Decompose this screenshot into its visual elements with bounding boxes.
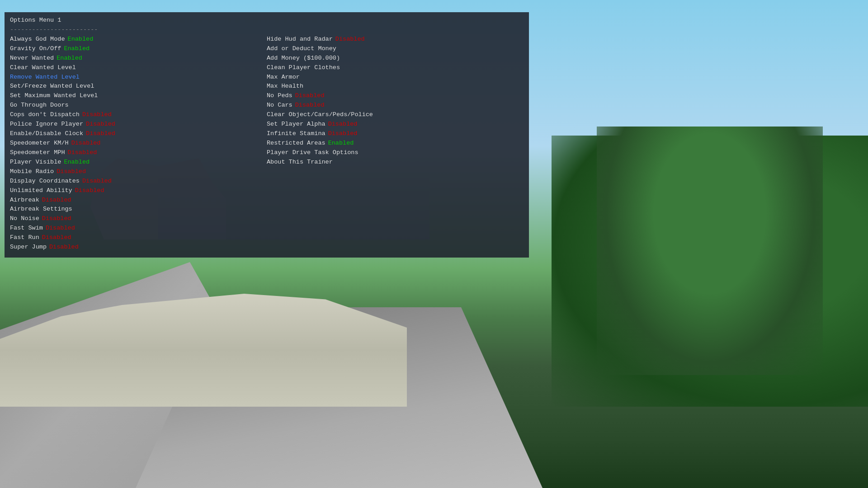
menu-item[interactable]: Cops don't DispatchDisabled: [10, 110, 262, 120]
menu-item[interactable]: Max Armor: [267, 73, 519, 82]
menu-title: Options Menu 1: [10, 16, 524, 25]
menu-item-status: Disabled: [46, 224, 75, 233]
menu-divider: ------------------------: [10, 25, 524, 35]
menu-item-status: Enabled: [64, 44, 90, 54]
menu-item-status: Disabled: [82, 177, 112, 186]
menu-item-label: Clean Player Clothes: [267, 63, 340, 73]
menu-item-label: Go Through Doors: [10, 101, 69, 110]
menu-item[interactable]: Add or Deduct Money: [267, 44, 519, 54]
menu-item-status: Enabled: [328, 139, 354, 148]
menu-item-label: Infinite Stamina: [267, 129, 326, 139]
menu-item-label: Speedometer KM/H: [10, 139, 69, 148]
menu-item-label: Max Health: [267, 82, 303, 91]
menu-item[interactable]: Clear Wanted Level: [10, 63, 262, 73]
menu-item[interactable]: Speedometer MPHDisabled: [10, 148, 262, 158]
menu-item-label: Add Money ($100.000): [267, 54, 340, 63]
menu-item[interactable]: Police Ignore PlayerDisabled: [10, 120, 262, 129]
menu-item[interactable]: Display CoordinatesDisabled: [10, 177, 262, 186]
menu-item-label: Gravity On/Off: [10, 44, 61, 54]
menu-item-label: Set Player Alpha: [267, 120, 326, 129]
menu-item[interactable]: Player VisibleEnabled: [10, 158, 262, 167]
menu-item-status: Disabled: [42, 214, 71, 224]
menu-item[interactable]: Speedometer KM/HDisabled: [10, 139, 262, 148]
menu-item-status: Disabled: [86, 129, 115, 139]
menu-item[interactable]: Player Drive Task Options: [267, 148, 519, 158]
menu-item[interactable]: Clean Player Clothes: [267, 63, 519, 73]
menu-item[interactable]: Set Maximum Wanted Level: [10, 91, 262, 101]
menu-item-label: About This Trainer: [267, 158, 333, 167]
menu-item-label: Unlimited Ability: [10, 186, 72, 196]
menu-item-label: Mobile Radio: [10, 167, 54, 177]
menu-item[interactable]: Remove Wanted Level: [10, 73, 262, 82]
menu-item-label: Clear Wanted Level: [10, 63, 76, 73]
menu-item[interactable]: Enable/Disable ClockDisabled: [10, 129, 262, 139]
menu-item-label: Display Coordinates: [10, 177, 80, 186]
menu-item[interactable]: Hide Hud and RadarDisabled: [267, 35, 519, 44]
menu-item-label: No Cars: [267, 101, 292, 110]
menu-item-label: Super Jump: [10, 243, 47, 252]
menu-item[interactable]: Add Money ($100.000): [267, 54, 519, 63]
menu-item[interactable]: Fast SwimDisabled: [10, 224, 262, 233]
menu-item[interactable]: Mobile RadioDisabled: [10, 167, 262, 177]
menu-overlay: Options Menu 1 ------------------------ …: [5, 12, 529, 258]
menu-item-status: Enabled: [64, 158, 90, 167]
menu-item-status: Disabled: [335, 35, 365, 44]
menu-item[interactable]: About This Trainer: [267, 158, 519, 167]
menu-item[interactable]: AirbreakDisabled: [10, 196, 262, 205]
menu-item-status: Disabled: [295, 91, 325, 101]
menu-item-label: Enable/Disable Clock: [10, 129, 83, 139]
menu-item[interactable]: Always God ModeEnabled: [10, 35, 262, 44]
menu-item[interactable]: Go Through Doors: [10, 101, 262, 110]
trees-right2: [597, 127, 823, 375]
menu-item-label: Hide Hud and Radar: [267, 35, 333, 44]
menu-item-label: Speedometer MPH: [10, 148, 65, 158]
menu-item[interactable]: Infinite StaminaDisabled: [267, 129, 519, 139]
menu-item-label: Clear Object/Cars/Peds/Police: [267, 110, 373, 120]
menu-item-status: Disabled: [71, 139, 101, 148]
menu-item-label: Cops don't Dispatch: [10, 110, 80, 120]
menu-item-label: Fast Run: [10, 233, 39, 243]
menu-item-status: Disabled: [49, 243, 79, 252]
menu-item-status: Disabled: [295, 101, 325, 110]
menu-item[interactable]: No NoiseDisabled: [10, 214, 262, 224]
menu-item-status: Enabled: [57, 54, 82, 63]
menu-item[interactable]: Airbreak Settings: [10, 205, 262, 214]
menu-item-label: Always God Mode: [10, 35, 65, 44]
menu-item-status: Enabled: [68, 35, 94, 44]
menu-item[interactable]: No CarsDisabled: [267, 101, 519, 110]
menu-item-label: Airbreak: [10, 196, 39, 205]
menu-item[interactable]: Unlimited AbilityDisabled: [10, 186, 262, 196]
menu-item-label: Set/Freeze Wanted Level: [10, 82, 94, 91]
menu-item[interactable]: Never WantedEnabled: [10, 54, 262, 63]
menu-item-status: Disabled: [75, 186, 104, 196]
menu-item[interactable]: Max Health: [267, 82, 519, 91]
menu-item-status: Disabled: [86, 120, 115, 129]
menu-item-status: Disabled: [328, 120, 358, 129]
menu-item[interactable]: Set/Freeze Wanted Level: [10, 82, 262, 91]
menu-item[interactable]: Fast RunDisabled: [10, 233, 262, 243]
menu-item[interactable]: Restricted AreasEnabled: [267, 139, 519, 148]
menu-column-1: Always God ModeEnabledGravity On/OffEnab…: [10, 35, 267, 252]
menu-item-label: Restricted Areas: [267, 139, 326, 148]
menu-item-label: Never Wanted: [10, 54, 54, 63]
menu-item-status: Disabled: [42, 196, 71, 205]
menu-item-label: Max Armor: [267, 73, 300, 82]
menu-item-label: Fast Swim: [10, 224, 43, 233]
menu-item-label: Set Maximum Wanted Level: [10, 91, 98, 101]
menu-item-status: Disabled: [68, 148, 97, 158]
menu-item-label: No Peds: [267, 91, 292, 101]
menu-item[interactable]: Clear Object/Cars/Peds/Police: [267, 110, 519, 120]
menu-item-label: No Noise: [10, 214, 39, 224]
menu-item-label: Airbreak Settings: [10, 205, 72, 214]
menu-item-label: Remove Wanted Level: [10, 73, 80, 82]
menu-item-label: Add or Deduct Money: [267, 44, 336, 54]
menu-item[interactable]: Gravity On/OffEnabled: [10, 44, 262, 54]
menu-item[interactable]: Set Player AlphaDisabled: [267, 120, 519, 129]
menu-item-label: Police Ignore Player: [10, 120, 83, 129]
menu-item[interactable]: Super JumpDisabled: [10, 243, 262, 252]
menu-item-status: Disabled: [82, 110, 112, 120]
menu-item-status: Disabled: [328, 129, 358, 139]
menu-item[interactable]: No PedsDisabled: [267, 91, 519, 101]
menu-item-status: Disabled: [42, 233, 71, 243]
menu-item-status: Disabled: [57, 167, 86, 177]
